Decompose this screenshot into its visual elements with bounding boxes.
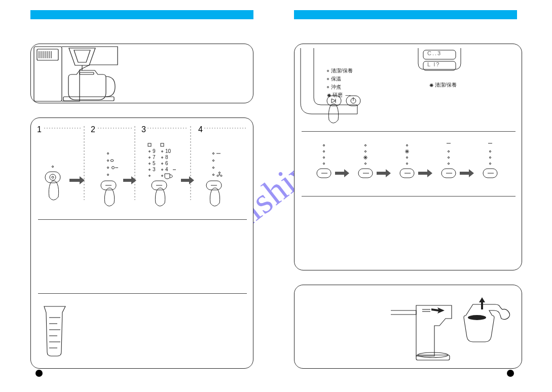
- svg-point-29: [107, 174, 109, 176]
- divider: [38, 293, 247, 294]
- svg-point-111: [490, 157, 491, 159]
- svg-text:10: 10: [165, 148, 171, 154]
- svg-point-46: [149, 169, 151, 171]
- panel-filter-insert: [294, 285, 522, 369]
- svg-rect-1: [37, 49, 58, 60]
- svg-rect-0: [34, 47, 62, 101]
- svg-point-24: [107, 160, 109, 162]
- header-bar-left: [30, 10, 253, 19]
- divider: [302, 196, 516, 197]
- filter-insert-illustration: [386, 290, 518, 366]
- svg-point-104: [448, 151, 450, 152]
- divider: [38, 219, 247, 220]
- svg-point-51: [149, 175, 151, 177]
- svg-text:4: 4: [165, 167, 168, 172]
- svg-text:7: 7: [153, 154, 156, 160]
- svg-text:8: 8: [165, 154, 168, 160]
- svg-text:5: 5: [153, 161, 156, 166]
- beaker-illustration: [37, 303, 72, 359]
- svg-point-63: [217, 175, 218, 177]
- svg-rect-10: [80, 72, 94, 74]
- svg-point-60: [219, 174, 220, 175]
- svg-point-100: [407, 163, 408, 165]
- led-clean: 清潔/保養: [327, 67, 353, 74]
- svg-point-61: [219, 172, 220, 174]
- svg-point-34: [149, 151, 151, 152]
- svg-point-22: [52, 166, 54, 168]
- svg-point-27: [112, 167, 115, 169]
- svg-point-36: [162, 151, 163, 152]
- svg-point-80: [323, 151, 325, 152]
- svg-point-99: [407, 157, 408, 159]
- svg-point-20: [50, 174, 56, 180]
- page-right: 清潔/保養 保溫 沖煮 ✺研磨 — ✺清潔/保養 C..3 L l?: [284, 0, 529, 392]
- led-labels: 清潔/保養 保溫 沖煮 ✺研磨 —: [327, 67, 353, 99]
- svg-point-94: [407, 145, 408, 146]
- led-warm: 保溫: [327, 75, 353, 83]
- page-dot-left: [35, 370, 43, 377]
- svg-point-79: [323, 145, 325, 146]
- svg-point-82: [323, 163, 325, 165]
- header-bar-right: [294, 10, 517, 19]
- right-led-clean: ✺清潔/保養: [429, 82, 457, 89]
- led-grind: ✺研磨 —: [327, 92, 353, 99]
- svg-point-110: [490, 151, 491, 152]
- svg-point-48: [162, 169, 163, 171]
- svg-point-38: [149, 157, 151, 159]
- svg-text:9: 9: [153, 148, 156, 154]
- svg-point-62: [220, 175, 222, 177]
- svg-point-40: [162, 157, 163, 159]
- svg-point-25: [111, 160, 114, 162]
- svg-point-55: [213, 153, 214, 154]
- svg-point-112: [490, 163, 491, 165]
- svg-point-57: [213, 160, 214, 162]
- svg-point-44: [162, 163, 163, 165]
- svg-point-21: [52, 176, 54, 178]
- svg-point-58: [213, 167, 214, 169]
- display-2: L l?: [427, 61, 440, 67]
- led-sequence-illustration: [300, 138, 518, 189]
- display-1: C..3: [427, 50, 441, 56]
- svg-point-42: [149, 163, 151, 165]
- page-left: 1 2 3 4: [30, 0, 276, 392]
- coffee-machine-illustration: [31, 44, 254, 104]
- divider: [302, 131, 516, 132]
- svg-rect-32: [148, 143, 151, 146]
- svg-point-59: [213, 174, 214, 176]
- svg-rect-33: [161, 143, 164, 146]
- svg-point-119: [468, 315, 486, 320]
- svg-point-86: [365, 151, 366, 152]
- panel-coffee-machine: [30, 44, 253, 103]
- svg-point-106: [448, 163, 450, 165]
- svg-point-52: [162, 175, 163, 177]
- svg-point-23: [107, 153, 109, 154]
- svg-point-26: [107, 167, 109, 169]
- svg-point-91: [365, 163, 366, 165]
- steps-illustration: 9 10 7 8 5 6 3 4: [31, 132, 254, 213]
- svg-point-85: [365, 145, 366, 146]
- svg-text:6: 6: [165, 161, 168, 166]
- svg-point-105: [448, 157, 450, 159]
- panel-steps-left: 1 2 3 4: [30, 117, 253, 369]
- panel-control-right: 清潔/保養 保溫 沖煮 ✺研磨 — ✺清潔/保養 C..3 L l?: [294, 44, 522, 270]
- svg-text:3: 3: [153, 167, 156, 172]
- svg-point-81: [323, 157, 325, 159]
- page-dot-right: [507, 370, 514, 377]
- led-brew: 沖煮: [327, 84, 353, 91]
